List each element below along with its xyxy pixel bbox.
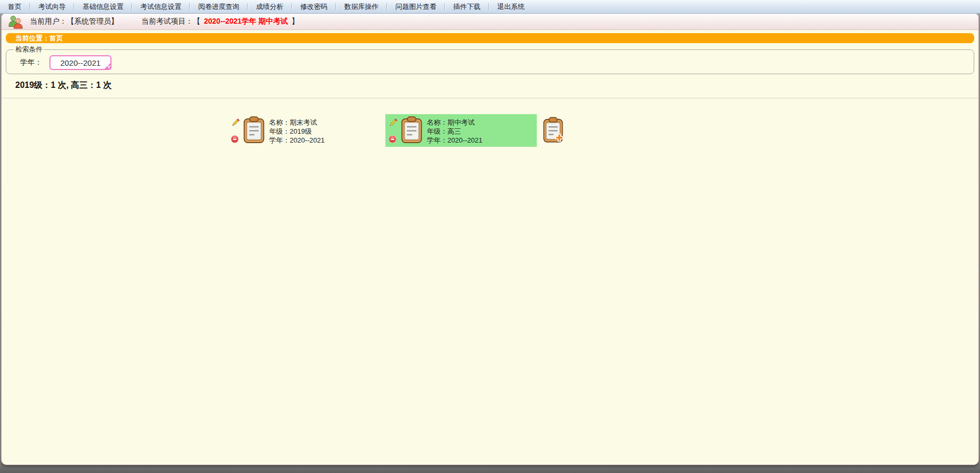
current-user-label: 当前用户：【系统管理员】 <box>30 17 118 26</box>
menu-item-logout[interactable]: 退出系统 <box>489 2 533 12</box>
menu-item-exam-info-settings[interactable]: 考试信息设置 <box>132 2 189 12</box>
menu-item-score-analysis[interactable]: 成绩分析 <box>248 2 291 12</box>
search-fieldset: 检索条件 学年： 2020--2021 v <box>6 45 974 74</box>
location-bar: 当前位置：首页 <box>6 33 974 43</box>
exam-count-summary: 2019级：1 次, 高三：1 次 <box>15 80 978 91</box>
clipboard-icon <box>401 116 422 144</box>
exam-card-actions <box>389 118 398 143</box>
exam-grade-line: 年级：高三 <box>427 127 483 136</box>
exam-cards-row: 名称：期末考试 年级：2019级 学年：2020--2021 <box>228 114 978 147</box>
menu-item-grading-progress[interactable]: 阅卷进度查询 <box>190 2 247 12</box>
search-fieldset-legend: 检索条件 <box>14 45 44 54</box>
pencil-icon <box>389 118 398 127</box>
clipboard-plus-icon <box>543 116 563 144</box>
pencil-icon <box>231 118 240 127</box>
year-select-value: 2020--2021 <box>60 58 101 67</box>
exam-name-line: 名称：期中考试 <box>427 118 483 127</box>
exam-year-line: 学年：2020--2021 <box>427 136 483 145</box>
minus-circle-icon <box>389 135 396 143</box>
menu-item-problem-image-view[interactable]: 问题图片查看 <box>387 2 444 12</box>
exam-grade-line: 年级：2019级 <box>269 127 325 136</box>
menu-item-basic-info-settings[interactable]: 基础信息设置 <box>75 2 131 12</box>
menu-item-change-password[interactable]: 修改密码 <box>292 2 335 12</box>
edit-exam-button[interactable] <box>389 118 398 127</box>
exam-card-text: 名称：期末考试 年级：2019级 学年：2020--2021 <box>269 116 325 145</box>
open-exam-button[interactable] <box>401 116 422 144</box>
users-icon <box>8 15 24 29</box>
delete-exam-button[interactable] <box>389 135 398 143</box>
exam-name-line: 名称：期末考试 <box>269 118 325 127</box>
exam-card[interactable]: 名称：期中考试 年级：高三 学年：2020--2021 <box>385 114 537 147</box>
current-location-label: 当前位置：首页 <box>15 34 63 42</box>
exam-year-line: 学年：2020--2021 <box>269 136 325 145</box>
user-bar: 当前用户：【系统管理员】 当前考试项目：【2020--2021学年 期中考试】 <box>2 14 978 30</box>
exam-card-text: 名称：期中考试 年级：高三 学年：2020--2021 <box>427 116 483 145</box>
year-label: 学年： <box>20 58 42 67</box>
open-exam-button[interactable] <box>243 116 264 144</box>
main-panel: 当前用户：【系统管理员】 当前考试项目：【2020--2021学年 期中考试】 … <box>1 14 979 465</box>
menu-item-exam-wizard[interactable]: 考试向导 <box>30 2 74 12</box>
exam-card[interactable]: 名称：期末考试 年级：2019级 学年：2020--2021 <box>228 114 379 147</box>
year-select[interactable]: 2020--2021 v <box>49 55 111 70</box>
chevron-down-icon[interactable]: v <box>104 62 111 70</box>
edit-exam-button[interactable] <box>231 118 240 127</box>
delete-exam-button[interactable] <box>231 135 240 143</box>
exam-card-actions <box>231 118 240 143</box>
menu-item-home[interactable]: 首页 <box>0 2 29 12</box>
clipboard-icon <box>243 116 264 144</box>
current-project-label: 当前考试项目：【2020--2021学年 期中考试】 <box>141 17 299 26</box>
menu-item-database-operations[interactable]: 数据库操作 <box>336 2 386 12</box>
minus-circle-icon <box>231 135 239 143</box>
add-exam-button[interactable] <box>543 114 563 144</box>
current-project-name: 2020--2021学年 期中考试 <box>204 17 288 25</box>
content-divider <box>2 98 978 98</box>
menu-item-plugin-download[interactable]: 插件下载 <box>445 2 488 12</box>
top-menu-bar: 首页 考试向导 基础信息设置 考试信息设置 阅卷进度查询 成绩分析 修改密码 数… <box>0 0 980 14</box>
